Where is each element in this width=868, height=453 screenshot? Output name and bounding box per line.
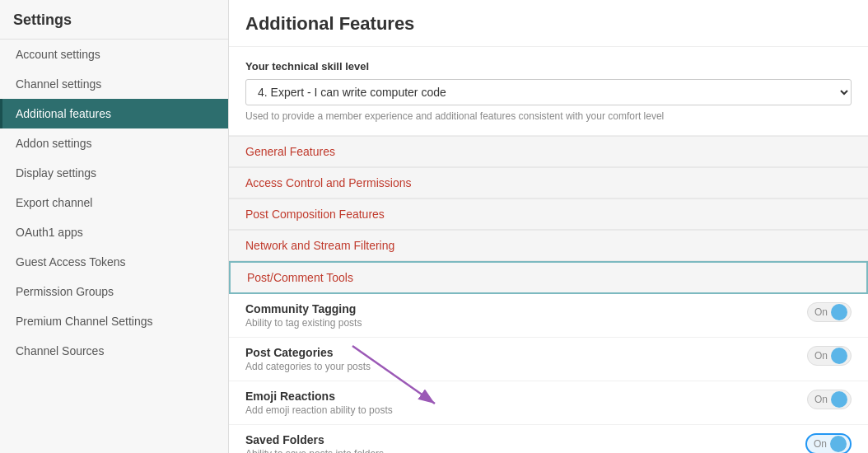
toggle-label-post-categories: On: [814, 350, 828, 362]
sidebar-item-oauth1-apps[interactable]: OAuth1 apps: [0, 217, 228, 247]
sidebar-item-display-settings[interactable]: Display settings: [0, 158, 228, 188]
feature-text-emoji-reactions: Emoji ReactionsAdd emoji reaction abilit…: [245, 390, 807, 416]
feature-text-post-categories: Post CategoriesAdd categories to your po…: [245, 346, 807, 372]
feature-desc-community-tagging: Ability to tag existing posts: [245, 317, 807, 329]
sidebar-item-addon-settings[interactable]: Addon settings: [0, 128, 228, 158]
feature-row-community-tagging: Community TaggingAbility to tag existing…: [229, 294, 868, 338]
sidebar: Settings Account settingsChannel setting…: [0, 0, 229, 453]
section-header-post-composition[interactable]: Post Composition Features: [229, 198, 868, 230]
sidebar-item-channel-settings[interactable]: Channel settings: [0, 69, 228, 99]
toggle-circle-community-tagging: [831, 304, 847, 320]
toggle-saved-folders[interactable]: On: [805, 433, 852, 453]
feature-text-community-tagging: Community TaggingAbility to tag existing…: [245, 302, 807, 329]
features-container: Community TaggingAbility to tag existing…: [229, 294, 868, 453]
toggle-emoji-reactions[interactable]: On: [807, 390, 852, 409]
feature-desc-saved-folders: Ability to save posts into folders: [245, 448, 805, 453]
sections-container: General FeaturesAccess Control and Permi…: [229, 136, 868, 294]
sidebar-item-permission-groups[interactable]: Permission Groups: [0, 277, 228, 306]
section-header-network-stream[interactable]: Network and Stream Filtering: [229, 230, 868, 261]
feature-name-saved-folders: Saved Folders: [245, 433, 805, 446]
skill-level-section: Your technical skill level 1. Beginner -…: [229, 47, 868, 136]
toggle-circle-emoji-reactions: [831, 391, 847, 408]
sidebar-title: Settings: [0, 0, 228, 40]
sidebar-item-guest-access-tokens[interactable]: Guest Access Tokens: [0, 247, 228, 277]
toggle-community-tagging[interactable]: On: [807, 302, 852, 322]
feature-text-saved-folders: Saved FoldersAbility to save posts into …: [245, 433, 805, 453]
section-header-access-control[interactable]: Access Control and Permissions: [229, 167, 868, 198]
toggle-label-community-tagging: On: [814, 306, 828, 318]
sidebar-item-premium-channel-settings[interactable]: Premium Channel Settings: [0, 306, 228, 336]
page-title: Additional Features: [229, 0, 868, 47]
feature-row-emoji-reactions: Emoji ReactionsAdd emoji reaction abilit…: [229, 381, 868, 425]
toggle-circle-post-categories: [831, 348, 847, 364]
toggle-label-emoji-reactions: On: [814, 394, 828, 405]
skill-select[interactable]: 1. Beginner - I am not technical2. Inter…: [245, 79, 852, 105]
feature-desc-post-categories: Add categories to your posts: [245, 361, 807, 372]
main-content: Additional Features Your technical skill…: [229, 0, 868, 453]
sidebar-item-export-channel[interactable]: Export channel: [0, 188, 228, 217]
feature-name-emoji-reactions: Emoji Reactions: [245, 390, 807, 403]
section-header-general-features[interactable]: General Features: [229, 136, 868, 167]
toggle-label-saved-folders: On: [814, 438, 827, 450]
feature-row-post-categories: Post CategoriesAdd categories to your po…: [229, 338, 868, 381]
skill-label: Your technical skill level: [245, 60, 852, 72]
section-header-post-comment-tools[interactable]: Post/Comment Tools: [229, 261, 868, 294]
skill-hint: Used to provide a member experience and …: [245, 110, 852, 122]
feature-row-saved-folders: Saved FoldersAbility to save posts into …: [229, 425, 868, 453]
sidebar-item-channel-sources[interactable]: Channel Sources: [0, 336, 228, 366]
feature-desc-emoji-reactions: Add emoji reaction ability to posts: [245, 404, 807, 416]
feature-name-post-categories: Post Categories: [245, 346, 807, 359]
toggle-circle-saved-folders: [830, 436, 847, 452]
sidebar-item-account-settings[interactable]: Account settings: [0, 40, 228, 69]
sidebar-item-additional-features[interactable]: Additional features: [0, 99, 228, 128]
toggle-post-categories[interactable]: On: [807, 346, 852, 366]
feature-name-community-tagging: Community Tagging: [245, 302, 807, 315]
